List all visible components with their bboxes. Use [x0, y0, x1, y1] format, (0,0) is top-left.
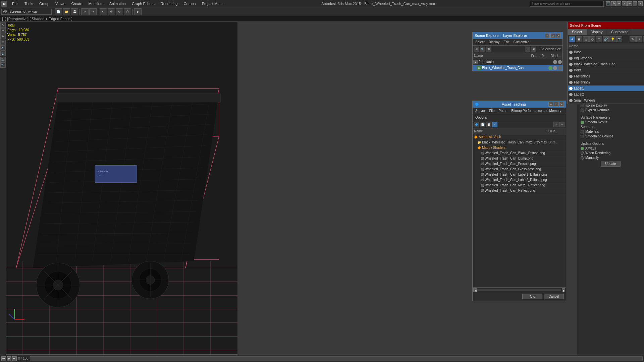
ss-item-fastening1[interactable]: Fastening1 800 [568, 73, 644, 79]
object-extra-dot[interactable] [558, 66, 562, 70]
at-menu-bitmap[interactable]: Bitmap Performance and Memory [510, 109, 563, 113]
ts-isoline-check[interactable] [581, 104, 584, 107]
at-tb-2[interactable]: 📄 [480, 122, 485, 127]
ts-explicit-check[interactable] [581, 109, 584, 112]
lt-zoom[interactable]: 🔍 [0, 62, 6, 68]
search-bar[interactable]: Type a keyword or phrase [530, 1, 604, 7]
timeline-slider[interactable] [30, 356, 643, 361]
ss-tb-5[interactable]: ⬡ [596, 36, 602, 42]
at-scroll-right[interactable]: ► [562, 288, 565, 292]
se-menu-select[interactable]: Select [474, 40, 486, 44]
ts-when-rendering-radio[interactable] [581, 152, 584, 155]
at-file-6[interactable]: 🖼 Wheeled_Trash_Can_Metal_Reflect.png [479, 183, 566, 188]
icon-settings[interactable]: ⚙ [611, 1, 616, 6]
lt-rotate[interactable]: ↻ [0, 34, 6, 39]
ss-tb-sort[interactable]: ⇅ [630, 36, 636, 42]
ss-item-bolts[interactable]: Bolts 1416 [568, 67, 644, 73]
menu-edit[interactable]: Edit [9, 1, 21, 6]
se-tb-1[interactable]: ✕ [474, 47, 479, 52]
ss-tb-2[interactable]: ▣ [576, 36, 582, 42]
se-tb-4[interactable]: + [525, 47, 530, 52]
ss-item-bigwheels[interactable]: Big_Wheels 2468 [568, 55, 644, 61]
lt-bind[interactable]: ⚓ [0, 51, 6, 56]
lt-link[interactable]: 🔗 [0, 45, 6, 51]
maximize-btn[interactable]: □ [633, 1, 637, 6]
icon-star[interactable]: ★ [616, 1, 621, 6]
menu-views[interactable]: Views [53, 1, 68, 6]
ss-tb-8[interactable]: 📷 [616, 36, 622, 42]
menu-graph-editors[interactable]: Graph Editors [129, 1, 157, 6]
ts-manually-radio[interactable] [581, 156, 584, 160]
at-menu-file[interactable]: File [488, 109, 496, 113]
at-file-1[interactable]: 🖼 Wheeled_Trash_Can_Bump.png [479, 156, 566, 161]
ss-item-fastening2[interactable]: Fastening2 240 [568, 79, 644, 85]
se-tb-2[interactable]: 🔍 [480, 47, 485, 52]
at-scrollbar[interactable]: ◄ ► [473, 287, 566, 292]
se-menu-customize[interactable]: Customize [512, 40, 531, 44]
layer-trash-can[interactable]: O Black_Wheeled_Trash_Can [473, 65, 562, 71]
at-tb-6[interactable]: ⚙ [559, 122, 565, 127]
undo-btn[interactable]: ↩ [81, 8, 89, 15]
se-menu-edit[interactable]: Edit [502, 40, 511, 44]
ss-item-smallwheels[interactable]: Small_Wheels 1344 [568, 98, 644, 104]
ss-tb-1[interactable]: A [569, 36, 575, 42]
save-btn[interactable]: 💾 [71, 8, 78, 15]
at-menu-paths[interactable]: Paths [497, 109, 509, 113]
at-file-7[interactable]: 🖼 Wheeled_Trash_Can_Reflect.png [479, 188, 566, 193]
ts-smooth-result-check[interactable] [581, 121, 584, 124]
ss-tb-7[interactable]: 💡 [609, 36, 615, 42]
at-tb-1[interactable]: 🔷 [474, 122, 479, 127]
ts-always-radio[interactable] [581, 147, 584, 150]
se-tb-5[interactable]: ◉ [531, 47, 536, 52]
at-ok-btn[interactable]: OK [522, 294, 542, 299]
ss-tb-filter[interactable]: ≡ [636, 36, 642, 42]
ss-item-trash-can[interactable]: Black_Wheeled_Trash_Can 0 [568, 61, 644, 67]
at-vault[interactable]: 🔶 Autodesk Vault [473, 134, 566, 140]
redo-btn[interactable]: ↪ [89, 8, 97, 15]
ts-update-btn[interactable]: Update [601, 161, 620, 167]
rotate-btn[interactable]: ↻ [116, 8, 123, 15]
select-btn[interactable]: ↖ [100, 8, 107, 15]
icon-camera[interactable]: 📷 [606, 1, 610, 6]
lt-camera[interactable]: 📷 [0, 57, 6, 62]
layer-vis-dot[interactable] [553, 60, 557, 64]
move-btn[interactable]: ✛ [108, 8, 115, 15]
scene-explorer-maximize[interactable]: □ [550, 33, 555, 38]
at-scroll-left[interactable]: ◄ [473, 288, 477, 292]
scene-explorer-close[interactable]: ✕ [556, 33, 560, 38]
close-btn[interactable]: ✕ [638, 1, 643, 6]
render-btn[interactable]: ▶ [134, 8, 142, 15]
menu-corona[interactable]: Corona [181, 1, 199, 6]
open-btn[interactable]: 📂 [63, 8, 70, 15]
ss-tb-3[interactable]: △ [583, 36, 589, 42]
menu-animation[interactable]: Animation [107, 1, 128, 6]
ts-smoothing-check[interactable] [581, 135, 584, 138]
minimize-btn[interactable]: ─ [627, 1, 632, 6]
select-tab-select[interactable]: Select [568, 29, 587, 35]
at-maximize[interactable]: □ [554, 102, 558, 107]
play-next[interactable]: ⏭ [12, 356, 17, 361]
menu-modifiers[interactable]: Modifiers [86, 1, 106, 6]
scale-btn[interactable]: ⬡ [124, 8, 131, 15]
at-file-2[interactable]: 🖼 Wheeled_Trash_Can_Fresnel.png [479, 161, 566, 167]
menu-project[interactable]: Project Man... [199, 1, 227, 6]
viewport-area[interactable]: COMPANY LOGO [6, 22, 237, 360]
scene-explorer-minimize[interactable]: ─ [545, 33, 550, 38]
ts-materials-check[interactable] [581, 130, 584, 133]
new-btn[interactable]: 📄 [55, 8, 62, 15]
at-max-file[interactable]: 📁 Black_Wheeled_Trash_Can_max_vray.max D… [476, 140, 566, 145]
at-file-0[interactable]: 🖼 Wheeled_Trash_Can_Black_Diffuse.png [479, 150, 566, 156]
at-menu-options[interactable]: Options [474, 116, 488, 119]
at-tb-5[interactable]: ? [553, 122, 558, 127]
at-cancel-btn[interactable]: Cancel [544, 294, 564, 299]
at-close[interactable]: ✕ [559, 102, 564, 107]
at-file-5[interactable]: 🖼 Wheeled_Trash_Can_Label2_Diffuse.png [479, 177, 566, 183]
ss-tb-4[interactable]: ◇ [589, 36, 595, 42]
at-menu-server[interactable]: Server [474, 109, 486, 113]
object-render-dot[interactable] [553, 66, 557, 70]
at-tb-3[interactable]: 📋 [486, 122, 491, 127]
at-file-4[interactable]: 🖼 Wheeled_Trash_Can_Label1_Diffuse.png [479, 172, 566, 177]
layer-default[interactable]: L 0 (default) [473, 59, 562, 65]
lt-select[interactable]: ↖ [0, 22, 6, 28]
play-prev[interactable]: ⏮ [1, 356, 6, 361]
